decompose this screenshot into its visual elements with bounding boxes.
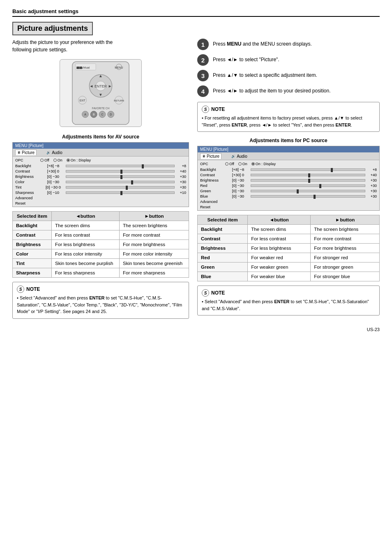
svg-text:▼: ▼ <box>99 92 103 97</box>
av-opc-off-radio <box>40 159 44 162</box>
pc-row-right-blue: For stronger blue <box>311 272 380 281</box>
page-header: Basic adjustment settings <box>12 8 380 17</box>
pc-row-brightness: Brightness [0] −30 +30 <box>200 177 377 183</box>
av-row-right-brightness: For more brightness <box>120 240 189 249</box>
pc-tab-picture: 🖥 Picture <box>200 153 221 159</box>
pc-tab-audio: 🔊 Audio <box>230 153 249 159</box>
av-menu-label: MENU [Picture] <box>15 143 44 148</box>
main-note-icon: S <box>202 106 209 113</box>
pc-table-header-left: ◄button <box>248 215 311 225</box>
table-row: Contrast For less contrast For more cont… <box>13 230 189 240</box>
pc-note-header: S NOTE <box>202 289 375 297</box>
av-table-header-right: ►button <box>120 212 189 221</box>
pc-row-contrast: Contrast [+30] 0 +40 <box>200 172 377 177</box>
av-table: Selected item ◄button ►button Backlight … <box>12 211 189 278</box>
table-row: Color For less color intensity For more … <box>13 249 189 259</box>
av-tab-picture: 🖥 Picture <box>15 150 37 155</box>
av-source-title: Adjustments items for AV source <box>12 134 189 140</box>
pc-opc-ondisplay-radio <box>251 162 255 166</box>
step-1-num: 1 <box>197 39 209 50</box>
table-row: Tint Skin tones become purplish Skin ton… <box>13 259 189 268</box>
av-row-item-color: Color <box>13 249 52 259</box>
av-opc-ondisplay-radio <box>67 159 70 162</box>
left-column: Adjusts the picture to your preference w… <box>12 39 189 319</box>
av-source-section: Adjustments items for AV source MENU [Pi… <box>12 134 189 319</box>
av-row-item-backlight: Backlight <box>13 221 52 230</box>
step-2-text: Press ◄/► to select "Picture". <box>213 54 279 63</box>
av-row-right-backlight: The screen brightens <box>120 221 189 230</box>
pc-row-advanced: Advanced <box>200 199 377 204</box>
pc-row-left-blue: For weaker blue <box>248 272 311 281</box>
av-row-contrast: Contrast [+30] 0 +40 <box>15 168 186 174</box>
av-row-advanced: Advanced <box>15 195 186 200</box>
svg-text:FAVORITE CH: FAVORITE CH <box>92 107 110 110</box>
pc-row-left-contrast: For less contrast <box>248 234 311 244</box>
pc-row-left-backlight: The screen dims <box>248 225 311 234</box>
av-row-item-contrast: Contrast <box>13 230 52 240</box>
pc-row-blue: Blue [0] −30 +30 <box>200 193 377 199</box>
svg-text:►: ► <box>108 84 112 88</box>
step-2-num: 2 <box>197 54 209 66</box>
table-row: Backlight The screen dims The screen bri… <box>13 221 189 230</box>
pc-note-box: S NOTE • Select "Advanced" and then pres… <box>197 286 380 315</box>
av-row-backlight: Backlight [+8] −8 +8 <box>15 163 186 168</box>
pc-row-red: Red [0] −30 +30 <box>200 183 377 188</box>
main-note-box: S NOTE • For resetting all adjustment it… <box>197 102 380 132</box>
pc-row-item-backlight: Backlight <box>198 225 248 234</box>
av-menu-screen: MENU [Picture] 🖥 Picture 🔊 Audio OPC <box>12 142 189 207</box>
svg-text:C: C <box>101 113 103 116</box>
av-row-tint: Tint [0] −30 0 +30 <box>15 184 186 190</box>
page-number: US-23 <box>12 327 380 332</box>
section-title: Picture adjustments <box>12 22 93 35</box>
av-row-right-sharpness: For more sharpness <box>120 268 189 278</box>
pc-row-item-green: Green <box>198 263 248 272</box>
step-4-num: 4 <box>197 85 209 97</box>
pc-row-green: Green [0] −30 +30 <box>200 188 377 193</box>
table-row: Brightness For less brightness For more … <box>198 244 380 253</box>
pc-row-reset: Reset <box>200 204 377 210</box>
pc-row-left-brightness: For less brightness <box>248 244 311 253</box>
av-row-color: Color [0] −30 +30 <box>15 179 186 184</box>
steps-area: 1 Press MENU and the MENU screen display… <box>197 39 380 97</box>
pc-row-item-red: Red <box>198 253 248 263</box>
pc-source-section: Adjustments items for PC source MENU [Pi… <box>197 138 380 315</box>
svg-text:A: A <box>84 113 86 116</box>
table-row: Green For weaker green For stronger gree… <box>198 263 380 272</box>
pc-row-right-contrast: For more contrast <box>311 234 380 244</box>
pc-table-header-right: ►button <box>311 215 380 225</box>
svg-text:▲: ▲ <box>99 74 103 78</box>
av-row-brightness: Brightness [0] −30 +30 <box>15 174 186 179</box>
svg-text:◄: ◄ <box>89 84 93 88</box>
svg-text:RETURN: RETURN <box>114 99 124 102</box>
main-note-header: S NOTE <box>202 106 375 113</box>
pc-row-right-brightness: For more brightness <box>311 244 380 253</box>
av-table-header-item: Selected item <box>13 212 52 221</box>
step-2: 2 Press ◄/► to select "Picture". <box>197 54 380 66</box>
av-row-right-tint: Skin tones become greenish <box>120 259 189 268</box>
pc-row-item-blue: Blue <box>198 272 248 281</box>
pc-menu-tabs: 🖥 Picture 🔊 Audio <box>198 152 379 160</box>
pc-table: Selected item ◄button ►button Backlight … <box>197 215 380 281</box>
pc-menu-topbar: MENU [Picture] <box>198 146 379 152</box>
pc-row-left-green: For weaker green <box>248 263 311 272</box>
table-row: Brightness For less brightness For more … <box>13 240 189 249</box>
table-row: Red For weaker red For stronger red <box>198 253 380 263</box>
main-note-text: • For resetting all adjustment items to … <box>202 115 375 128</box>
pc-table-header-item: Selected item <box>198 215 248 225</box>
svg-text:ENTER: ENTER <box>95 84 107 88</box>
svg-text:B: B <box>93 113 95 116</box>
step-3-num: 3 <box>197 70 209 81</box>
table-row: Sharpness For less sharpness For more sh… <box>13 268 189 278</box>
av-row-left-contrast: For less contrast <box>52 230 120 240</box>
step-1-text: Press MENU and the MENU screen displays. <box>213 39 312 48</box>
av-row-sharpness: Sharpness [0] −10 +10 <box>15 190 186 195</box>
av-row-left-backlight: The screen dims <box>52 221 120 230</box>
intro-text: Adjusts the picture to your preference w… <box>12 39 119 53</box>
av-row-right-contrast: For more contrast <box>120 230 189 240</box>
pc-row-right-red: For stronger red <box>311 253 380 263</box>
av-row-left-color: For less color intensity <box>52 249 120 259</box>
pc-note-icon: S <box>202 289 209 297</box>
av-row-item-sharpness: Sharpness <box>13 268 52 278</box>
step-4: 4 Press ◄/► to adjust the item to your d… <box>197 85 380 97</box>
pc-opc-off-radio <box>225 162 228 166</box>
